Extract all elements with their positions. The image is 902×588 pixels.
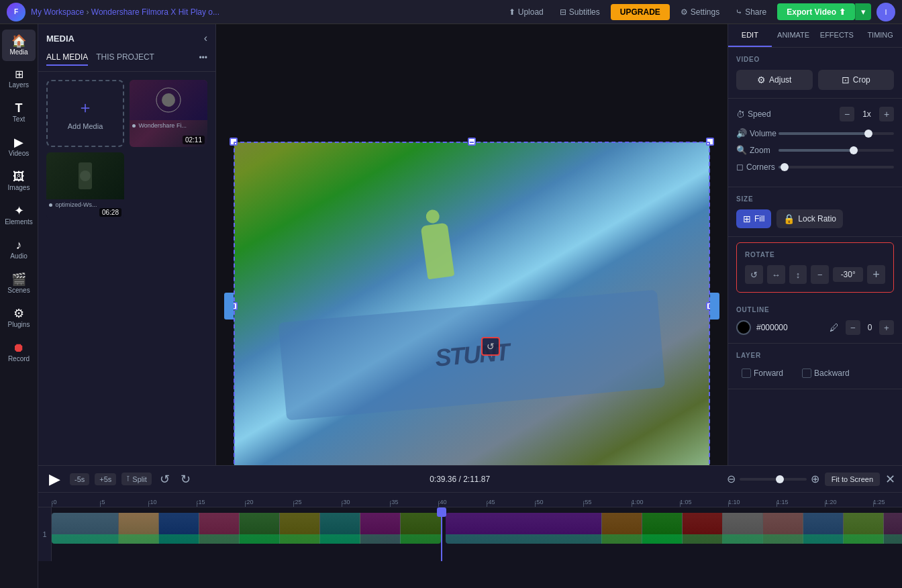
outline-value-controls: − 0 + [846,320,894,335]
zoom-slider[interactable] [740,478,807,481]
media-clip-1[interactable]: optimized-Ws... 06:28 [46,152,124,219]
track-content [52,507,902,561]
zoom-out-button[interactable]: ⊖ [727,473,736,485]
upload-button[interactable]: ⬆ Upload [503,5,549,19]
track-clip-right [446,513,902,544]
sidebar-item-audio[interactable]: ♪ Audio [2,234,36,265]
undo-button[interactable]: ↺ [157,471,172,488]
resize-handle-left-mid[interactable] [224,293,234,320]
crop-button[interactable]: ⊡ Crop [818,70,895,90]
rotate-value: -30° [833,267,863,282]
tab-edit[interactable]: EDIT [728,24,772,47]
topbar: F My Workspace › Wondershare Filmora X H… [0,0,902,24]
media-tab-all[interactable]: ALL MEDIA [46,50,88,66]
tab-animate[interactable]: ANIMATE [772,24,815,47]
video-section: VIDEO ⚙ Adjust ⊡ Crop [728,48,902,99]
speed-decrease-button[interactable]: − [840,107,854,121]
share-icon: ⤷ [736,7,742,17]
rotate-cw-button[interactable]: ↺ [745,265,763,284]
sidebar-item-layers[interactable]: ⊞ Layers [2,64,36,94]
sidebar-item-images[interactable]: 🖼 Images [2,165,36,197]
skip-back-button[interactable]: -5s [70,473,89,485]
text-icon: T [15,102,23,114]
resize-handle-tr[interactable] [706,138,714,146]
svg-point-1 [162,93,175,107]
zoom-slider[interactable] [779,149,894,152]
settings-button[interactable]: ⚙ Settings [675,5,725,19]
outline-decrease-button[interactable]: − [846,320,860,335]
rotation-handle[interactable]: ↺ [481,337,500,356]
media-tab-more[interactable]: ••• [199,53,207,62]
media-clip-0[interactable]: Wondershare Fi... 02:11 [130,80,207,147]
sidebar-item-videos[interactable]: ▶ Videos [2,131,36,162]
rotate-controls: ↺ ↔ ↕ − -30° + [745,265,885,284]
media-tab-project[interactable]: THIS PROJECT [96,50,154,66]
split-button[interactable]: ⊺ Split [121,473,151,485]
corners-row: ◻ Corners [736,162,894,172]
speed-controls: − 1x + [840,107,894,121]
user-avatar[interactable]: I [876,3,895,21]
resize-handle-tm[interactable] [468,138,476,146]
sidebar-item-elements[interactable]: ✦ Elements [2,199,36,231]
video-action-buttons: ⚙ Adjust ⊡ Crop [736,70,894,90]
video-frame: STUNT [234,142,710,471]
images-icon: 🖼 [13,170,25,183]
rotate-increase-button[interactable]: + [867,265,885,284]
sidebar-item-media[interactable]: 🏠 Media [2,30,36,61]
tab-effects[interactable]: EFFECTS [815,24,859,47]
lock-ratio-button[interactable]: 🔒 Lock Ratio [776,209,843,228]
flip-v-button[interactable]: ↕ [789,265,807,284]
zoom-label: 🔍 Zoom [736,145,773,155]
media-clip-1-duration: 06:28 [99,208,121,217]
add-media-button[interactable]: ＋ Add Media [46,80,124,147]
rotate-decrease-button[interactable]: − [811,265,829,284]
speed-increase-button[interactable]: + [879,107,894,121]
project-title: Wondershare Filmora X Hit Play o... [91,7,219,17]
media-panel-collapse-button[interactable]: ‹ [204,32,207,44]
layer-forward-button[interactable]: Forward [736,366,789,381]
outline-increase-button[interactable]: + [879,320,894,335]
play-button[interactable]: ▶ [45,469,64,489]
timeline-close-button[interactable]: ✕ [885,472,895,487]
workspace-link[interactable]: My Workspace [31,7,84,17]
speed-icon: ⏱ [736,109,745,119]
crop-icon: ⊡ [842,75,850,85]
sidebar-item-scenes[interactable]: 🎬 Scenes [2,268,36,299]
sidebar-item-record[interactable]: ⏺ Record [2,336,36,368]
timeline-area: ▶ -5s +5s ⊺ Split ↺ ↻ 0:39.36 / 2:11.87 … [38,465,902,588]
subtitles-button[interactable]: ⊟ Subtitles [554,5,605,19]
export-button[interactable]: Export Video ⬆ [777,3,855,20]
outline-row: #000000 🖊 − 0 + [736,320,894,335]
export-dropdown-button[interactable]: ▾ [855,3,871,20]
redo-button[interactable]: ↻ [178,471,193,488]
outline-color-swatch[interactable] [736,320,751,335]
add-media-icon: ＋ [77,97,93,118]
media-clip-0-dot [132,124,136,128]
sidebar-item-plugins[interactable]: ⚙ Plugins [2,302,36,334]
size-buttons: ⊞ Fill 🔒 Lock Ratio [736,209,894,228]
speed-section: ⏱ Speed − 1x + 🔊 Volume [728,99,902,187]
layer-backward-button[interactable]: Backward [797,366,855,381]
zoom-in-button[interactable]: ⊕ [811,473,819,485]
track-number-1: 1 [38,507,52,561]
tab-timing[interactable]: TIMING [858,24,902,47]
settings-icon: ⚙ [681,7,688,17]
media-clip-0-duration: 02:11 [183,136,205,144]
skip-forward-button[interactable]: +5s [95,473,116,485]
volume-slider[interactable] [779,132,894,135]
upgrade-button[interactable]: UPGRADE [611,4,670,20]
corners-slider[interactable] [779,166,894,168]
sidebar-item-text[interactable]: T Text [2,97,36,128]
resize-handle-tl[interactable] [230,138,238,146]
size-section: SIZE ⊞ Fill 🔒 Lock Ratio [728,187,902,237]
playhead [441,507,442,561]
fill-button[interactable]: ⊞ Fill [736,209,771,228]
volume-label: 🔊 Volume [736,128,773,138]
flip-h-button[interactable]: ↔ [767,265,785,284]
timeline-toolbar: ▶ -5s +5s ⊺ Split ↺ ↻ 0:39.36 / 2:11.87 … [38,466,902,493]
eyedropper-button[interactable]: 🖊 [828,321,840,334]
fit-to-screen-button[interactable]: Fit to Screen [825,473,880,486]
share-button[interactable]: ⤷ Share [730,5,772,19]
adjust-button[interactable]: ⚙ Adjust [736,70,813,90]
resize-handle-right-mid[interactable] [710,293,719,320]
